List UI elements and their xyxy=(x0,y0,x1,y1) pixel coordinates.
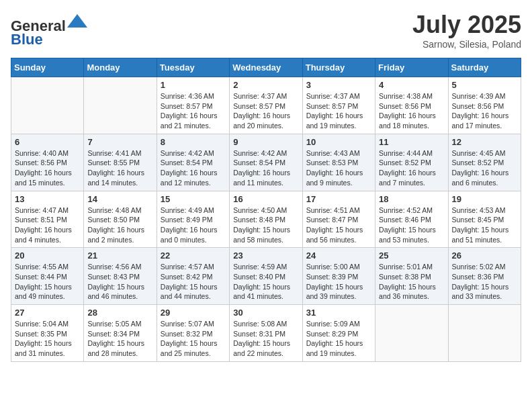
day-number: 10 xyxy=(306,137,371,147)
weekday-header-sunday: Sunday xyxy=(11,58,84,77)
day-number: 15 xyxy=(161,194,226,204)
day-number: 3 xyxy=(306,80,371,90)
calendar-cell: 13Sunrise: 4:47 AM Sunset: 8:51 PM Dayli… xyxy=(11,191,84,248)
calendar-cell: 25Sunrise: 5:01 AM Sunset: 8:38 PM Dayli… xyxy=(375,248,448,305)
calendar-cell: 24Sunrise: 5:00 AM Sunset: 8:39 PM Dayli… xyxy=(302,248,375,305)
day-info: Sunrise: 5:00 AM Sunset: 8:39 PM Dayligh… xyxy=(306,262,371,302)
day-number: 22 xyxy=(161,250,226,261)
day-info: Sunrise: 5:07 AM Sunset: 8:32 PM Dayligh… xyxy=(161,319,226,359)
calendar-cell: 3Sunrise: 4:37 AM Sunset: 8:57 PM Daylig… xyxy=(302,77,375,134)
weekday-header-saturday: Saturday xyxy=(448,58,521,77)
calendar-cell: 6Sunrise: 4:40 AM Sunset: 8:56 PM Daylig… xyxy=(11,134,84,191)
calendar-cell: 14Sunrise: 4:48 AM Sunset: 8:50 PM Dayli… xyxy=(84,191,157,248)
day-number: 12 xyxy=(452,137,517,147)
day-number: 7 xyxy=(87,137,152,147)
logo-blue-text: Blue xyxy=(11,31,43,48)
calendar-week-row: 13Sunrise: 4:47 AM Sunset: 8:51 PM Dayli… xyxy=(11,191,521,248)
day-info: Sunrise: 4:48 AM Sunset: 8:50 PM Dayligh… xyxy=(87,205,152,245)
calendar-cell: 2Sunrise: 4:37 AM Sunset: 8:57 PM Daylig… xyxy=(230,77,302,134)
day-info: Sunrise: 4:45 AM Sunset: 8:52 PM Dayligh… xyxy=(452,148,517,188)
calendar-cell: 12Sunrise: 4:45 AM Sunset: 8:52 PM Dayli… xyxy=(448,134,521,191)
calendar-cell: 7Sunrise: 4:41 AM Sunset: 8:55 PM Daylig… xyxy=(84,134,157,191)
calendar-cell: 9Sunrise: 4:42 AM Sunset: 8:54 PM Daylig… xyxy=(230,134,302,191)
day-number: 17 xyxy=(306,194,371,204)
day-number: 8 xyxy=(161,137,226,147)
calendar-cell: 18Sunrise: 4:52 AM Sunset: 8:46 PM Dayli… xyxy=(375,191,448,248)
day-number: 18 xyxy=(379,194,444,204)
day-number: 21 xyxy=(87,250,152,261)
calendar-cell xyxy=(375,305,448,362)
calendar-cell xyxy=(448,305,521,362)
day-number: 20 xyxy=(15,250,80,261)
calendar-cell: 19Sunrise: 4:53 AM Sunset: 8:45 PM Dayli… xyxy=(448,191,521,248)
calendar-cell: 31Sunrise: 5:09 AM Sunset: 8:29 PM Dayli… xyxy=(302,305,375,362)
day-info: Sunrise: 4:51 AM Sunset: 8:47 PM Dayligh… xyxy=(306,205,371,245)
day-number: 30 xyxy=(233,308,298,318)
day-number: 4 xyxy=(379,80,444,90)
weekday-header-row: SundayMondayTuesdayWednesdayThursdayFrid… xyxy=(11,58,521,77)
day-info: Sunrise: 5:05 AM Sunset: 8:34 PM Dayligh… xyxy=(87,319,152,359)
svg-marker-0 xyxy=(67,14,87,28)
day-info: Sunrise: 4:41 AM Sunset: 8:55 PM Dayligh… xyxy=(87,148,152,188)
day-info: Sunrise: 4:50 AM Sunset: 8:48 PM Dayligh… xyxy=(233,205,298,245)
day-info: Sunrise: 4:57 AM Sunset: 8:42 PM Dayligh… xyxy=(161,262,226,302)
day-info: Sunrise: 5:09 AM Sunset: 8:29 PM Dayligh… xyxy=(306,319,371,359)
logo: General Blue xyxy=(11,11,87,48)
calendar-cell: 23Sunrise: 4:59 AM Sunset: 8:40 PM Dayli… xyxy=(230,248,302,305)
page-header: General Blue July 2025 Sarnow, Silesia, … xyxy=(11,11,521,50)
calendar-cell: 26Sunrise: 5:02 AM Sunset: 8:36 PM Dayli… xyxy=(448,248,521,305)
calendar-cell: 21Sunrise: 4:56 AM Sunset: 8:43 PM Dayli… xyxy=(84,248,157,305)
day-info: Sunrise: 5:08 AM Sunset: 8:31 PM Dayligh… xyxy=(233,319,298,359)
weekday-header-tuesday: Tuesday xyxy=(157,58,229,77)
title-block: July 2025 Sarnow, Silesia, Poland xyxy=(412,11,521,50)
calendar-week-row: 27Sunrise: 5:04 AM Sunset: 8:35 PM Dayli… xyxy=(11,305,521,362)
day-number: 24 xyxy=(306,250,371,261)
logo-icon xyxy=(67,11,87,31)
day-info: Sunrise: 4:44 AM Sunset: 8:52 PM Dayligh… xyxy=(379,148,444,188)
calendar-cell: 17Sunrise: 4:51 AM Sunset: 8:47 PM Dayli… xyxy=(302,191,375,248)
calendar-cell: 10Sunrise: 4:43 AM Sunset: 8:53 PM Dayli… xyxy=(302,134,375,191)
calendar-cell: 16Sunrise: 4:50 AM Sunset: 8:48 PM Dayli… xyxy=(230,191,302,248)
weekday-header-thursday: Thursday xyxy=(302,58,375,77)
calendar-cell: 11Sunrise: 4:44 AM Sunset: 8:52 PM Dayli… xyxy=(375,134,448,191)
calendar-cell: 29Sunrise: 5:07 AM Sunset: 8:32 PM Dayli… xyxy=(157,305,229,362)
day-info: Sunrise: 4:42 AM Sunset: 8:54 PM Dayligh… xyxy=(233,148,298,188)
weekday-header-wednesday: Wednesday xyxy=(230,58,302,77)
day-info: Sunrise: 4:36 AM Sunset: 8:57 PM Dayligh… xyxy=(161,91,226,131)
calendar-cell: 15Sunrise: 4:49 AM Sunset: 8:49 PM Dayli… xyxy=(157,191,229,248)
day-number: 2 xyxy=(233,80,298,90)
day-number: 27 xyxy=(15,308,80,318)
calendar-cell: 1Sunrise: 4:36 AM Sunset: 8:57 PM Daylig… xyxy=(157,77,229,134)
calendar-cell: 27Sunrise: 5:04 AM Sunset: 8:35 PM Dayli… xyxy=(11,305,84,362)
calendar-table: SundayMondayTuesdayWednesdayThursdayFrid… xyxy=(11,58,521,362)
day-number: 25 xyxy=(379,250,444,261)
day-number: 1 xyxy=(161,80,226,90)
day-info: Sunrise: 4:49 AM Sunset: 8:49 PM Dayligh… xyxy=(161,205,226,245)
day-info: Sunrise: 4:43 AM Sunset: 8:53 PM Dayligh… xyxy=(306,148,371,188)
location: Sarnow, Silesia, Poland xyxy=(412,39,521,50)
day-info: Sunrise: 5:02 AM Sunset: 8:36 PM Dayligh… xyxy=(452,262,517,302)
day-number: 14 xyxy=(87,194,152,204)
calendar-cell: 8Sunrise: 4:42 AM Sunset: 8:54 PM Daylig… xyxy=(157,134,229,191)
month-title: July 2025 xyxy=(412,11,521,39)
calendar-week-row: 6Sunrise: 4:40 AM Sunset: 8:56 PM Daylig… xyxy=(11,134,521,191)
day-number: 13 xyxy=(15,194,80,204)
day-number: 9 xyxy=(233,137,298,147)
weekday-header-monday: Monday xyxy=(84,58,157,77)
day-info: Sunrise: 4:39 AM Sunset: 8:56 PM Dayligh… xyxy=(452,91,517,131)
calendar-cell: 28Sunrise: 5:05 AM Sunset: 8:34 PM Dayli… xyxy=(84,305,157,362)
day-number: 6 xyxy=(15,137,80,147)
calendar-cell: 4Sunrise: 4:38 AM Sunset: 8:56 PM Daylig… xyxy=(375,77,448,134)
day-number: 31 xyxy=(306,308,371,318)
day-number: 23 xyxy=(233,250,298,261)
calendar-cell xyxy=(11,77,84,134)
calendar-cell: 20Sunrise: 4:55 AM Sunset: 8:44 PM Dayli… xyxy=(11,248,84,305)
calendar-cell xyxy=(84,77,157,134)
calendar-cell: 30Sunrise: 5:08 AM Sunset: 8:31 PM Dayli… xyxy=(230,305,302,362)
weekday-header-friday: Friday xyxy=(375,58,448,77)
day-number: 16 xyxy=(233,194,298,204)
day-number: 26 xyxy=(452,250,517,261)
day-info: Sunrise: 4:59 AM Sunset: 8:40 PM Dayligh… xyxy=(233,262,298,302)
day-info: Sunrise: 4:52 AM Sunset: 8:46 PM Dayligh… xyxy=(379,205,444,245)
day-info: Sunrise: 4:38 AM Sunset: 8:56 PM Dayligh… xyxy=(379,91,444,131)
